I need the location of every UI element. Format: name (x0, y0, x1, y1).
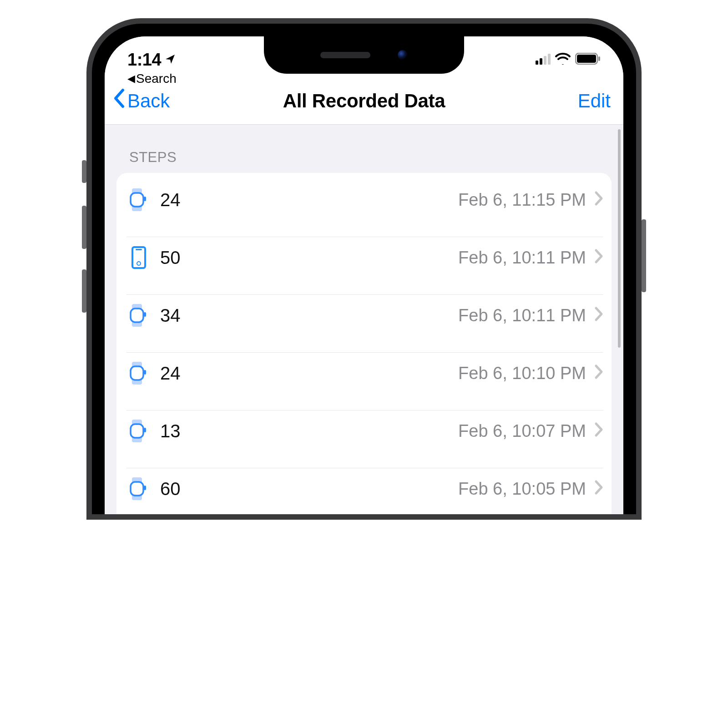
timestamp: Feb 6, 10:11 PM (458, 306, 586, 325)
svg-rect-2 (598, 56, 600, 61)
edit-button[interactable]: Edit (578, 90, 611, 112)
svg-rect-1 (577, 55, 596, 63)
breadcrumb-label: Search (136, 71, 177, 86)
apple-watch-icon (126, 362, 151, 385)
location-icon (165, 52, 176, 68)
phone-frame: 1:14 ◀︎ Search (86, 18, 642, 520)
chevron-right-icon (594, 304, 603, 326)
wifi-icon (555, 53, 571, 65)
steps-value: 34 (160, 305, 201, 326)
steps-value: 60 (160, 479, 201, 499)
apple-watch-icon (126, 304, 151, 327)
apple-watch-icon (126, 188, 151, 211)
steps-value: 24 (160, 190, 201, 210)
chevron-right-icon (594, 420, 603, 442)
notch (264, 36, 464, 74)
chevron-right-icon (594, 247, 603, 268)
timestamp: Feb 6, 10:10 PM (458, 364, 586, 383)
speaker-grille (320, 52, 370, 58)
power-button (642, 219, 646, 292)
steps-list: 24Feb 6, 11:15 PM50Feb 6, 10:11 PM 34Feb… (116, 173, 612, 514)
svg-rect-7 (131, 366, 143, 380)
apple-watch-icon (126, 420, 151, 442)
breadcrumb-back-search[interactable]: ◀︎ Search (127, 71, 177, 86)
svg-rect-4 (144, 197, 146, 201)
volume-down-button (82, 269, 86, 313)
front-camera (398, 50, 408, 60)
battery-icon (575, 53, 601, 65)
svg-rect-11 (131, 482, 143, 496)
svg-rect-10 (144, 428, 146, 432)
apple-watch-icon (126, 477, 151, 500)
chevron-right-icon (594, 189, 603, 211)
svg-rect-3 (131, 193, 143, 207)
volume-up-button (82, 206, 86, 249)
back-button[interactable]: Back (113, 88, 170, 113)
steps-value: 50 (160, 248, 201, 268)
timestamp: Feb 6, 11:15 PM (458, 190, 586, 210)
table-row[interactable]: 50Feb 6, 10:11 PM (116, 228, 612, 286)
svg-rect-6 (144, 312, 146, 317)
steps-value: 24 (160, 363, 201, 384)
table-row[interactable]: 13Feb 6, 10:07 PM (116, 402, 612, 460)
chevron-left-icon (113, 88, 126, 113)
table-row[interactable]: 34Feb 6, 10:11 PM (116, 286, 612, 344)
content: STEPS 24Feb 6, 11:15 PM50Feb 6, 10:11 PM… (105, 125, 623, 514)
steps-value: 13 (160, 421, 201, 441)
nav-bar: Back All Recorded Data Edit (105, 86, 623, 125)
table-row[interactable]: 60Feb 6, 10:05 PM (116, 460, 612, 514)
timestamp: Feb 6, 10:07 PM (458, 421, 586, 441)
back-triangle-icon: ◀︎ (127, 73, 135, 85)
back-label: Back (127, 90, 170, 112)
svg-rect-8 (144, 370, 146, 375)
timestamp: Feb 6, 10:11 PM (458, 248, 586, 268)
chevron-right-icon (594, 478, 603, 500)
section-header: STEPS (116, 125, 612, 173)
table-row[interactable]: 24Feb 6, 10:10 PM (116, 344, 612, 402)
status-time: 1:14 (127, 50, 161, 70)
screen: 1:14 ◀︎ Search (105, 36, 623, 514)
svg-rect-12 (144, 486, 146, 490)
table-row[interactable]: 24Feb 6, 11:15 PM (116, 173, 612, 228)
cellular-signal-icon (536, 53, 551, 65)
svg-rect-5 (131, 309, 143, 322)
chevron-right-icon (594, 362, 603, 384)
scroll-indicator[interactable] (618, 129, 621, 348)
silence-switch (82, 160, 86, 183)
timestamp: Feb 6, 10:05 PM (458, 479, 586, 499)
page-title: All Recorded Data (283, 90, 445, 112)
iphone-icon (126, 246, 151, 269)
svg-rect-9 (131, 424, 143, 438)
